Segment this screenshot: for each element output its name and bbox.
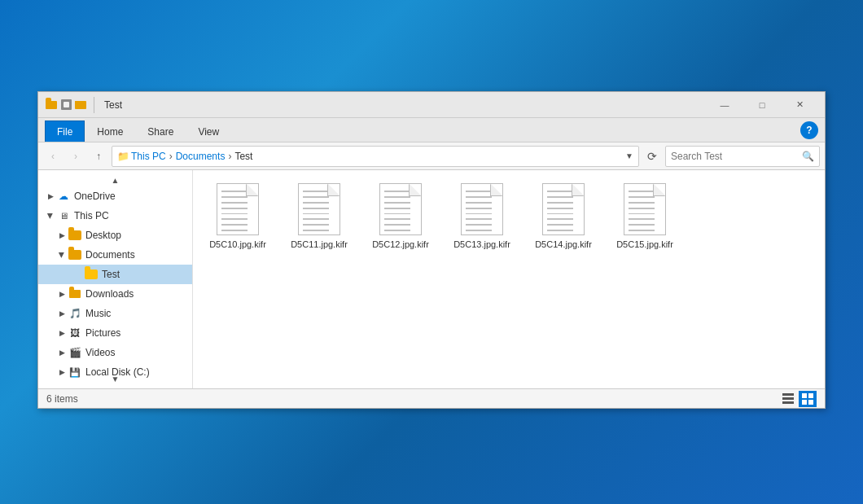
help-button[interactable]: ? [800, 121, 818, 139]
scroll-up-arrow[interactable]: ▲ [38, 173, 192, 186]
doc-line [466, 218, 492, 220]
file-area: D5C10.jpg.kifrD5C11.jpg.kifrD5C12.jpg.ki… [193, 170, 825, 388]
doc-line [303, 208, 329, 209]
refresh-button[interactable]: ⟳ [642, 147, 662, 166]
up-button[interactable]: ↑ [89, 147, 108, 166]
breadcrumb-this-pc[interactable]: This PC [131, 151, 166, 162]
expand-documents[interactable]: ▶ [56, 249, 68, 261]
breadcrumb-dropdown[interactable]: ▼ [625, 151, 633, 160]
svg-rect-4 [808, 393, 813, 398]
sidebar-item-test[interactable]: ▶ Test [38, 265, 192, 284]
doc-line [466, 202, 492, 204]
title-bar: Test — □ ✕ [38, 92, 825, 118]
sidebar-label-test: Test [102, 269, 120, 280]
doc-line [547, 218, 573, 220]
doc-line [629, 202, 655, 204]
file-item[interactable]: D5C11.jpg.kifr [283, 178, 356, 255]
file-document-icon [217, 183, 259, 235]
tab-view[interactable]: View [186, 121, 231, 142]
sidebar-item-music[interactable]: ▶ 🎵 Music [38, 304, 192, 323]
sidebar-item-this-pc[interactable]: ▶ 🖥 This PC [38, 206, 192, 226]
doc-line [221, 230, 248, 231]
scroll-down-arrow[interactable]: ▼ [38, 372, 192, 385]
file-item[interactable]: D5C14.jpg.kifr [527, 178, 600, 255]
sidebar-item-downloads[interactable]: ▶ Downloads [38, 284, 192, 304]
breadcrumb-documents[interactable]: Documents [176, 151, 226, 162]
sidebar: ▲ ▶ ☁ OneDrive ▶ 🖥 This PC ▶ [38, 170, 193, 388]
sidebar-label-onedrive: OneDrive [74, 191, 116, 202]
doc-line [303, 191, 329, 192]
doc-line [221, 224, 248, 226]
file-name-label: D5C10.jpg.kifr [209, 239, 266, 250]
expand-this-pc[interactable]: ▶ [45, 210, 56, 221]
expand-pictures[interactable]: ▶ [56, 327, 68, 339]
doc-line [547, 224, 573, 226]
file-document-icon [298, 183, 340, 235]
pin-icon-title [59, 99, 72, 112]
doc-line [466, 213, 492, 215]
expand-onedrive[interactable]: ▶ [45, 191, 56, 202]
tab-file[interactable]: File [45, 121, 85, 142]
file-item[interactable]: D5C10.jpg.kifr [201, 178, 274, 255]
large-icons-view-button[interactable] [799, 391, 817, 407]
expand-videos[interactable]: ▶ [56, 347, 68, 358]
tab-home[interactable]: Home [85, 121, 135, 142]
doc-line [547, 196, 573, 198]
item-count: 6 items [46, 393, 78, 405]
file-grid: D5C10.jpg.kifrD5C11.jpg.kifrD5C12.jpg.ki… [201, 178, 817, 255]
doc-line [221, 208, 248, 209]
sidebar-item-onedrive[interactable]: ▶ ☁ OneDrive [38, 186, 192, 206]
doc-line [384, 213, 410, 215]
search-box: 🔍 [665, 146, 820, 167]
tab-share[interactable]: Share [135, 121, 186, 142]
close-button[interactable]: ✕ [781, 92, 818, 118]
doc-line [629, 218, 655, 220]
music-folder-icon: 🎵 [68, 308, 82, 319]
doc-line [466, 196, 492, 198]
file-item[interactable]: D5C12.jpg.kifr [364, 178, 437, 255]
onedrive-icon: ☁ [56, 191, 71, 202]
doc-line [384, 230, 410, 231]
sidebar-item-pictures[interactable]: ▶ 🖼 Pictures [38, 323, 192, 343]
sidebar-label-this-pc: This PC [74, 210, 109, 221]
doc-line [547, 191, 573, 192]
test-folder-icon [84, 269, 99, 280]
file-document-icon [379, 183, 422, 235]
minimize-button[interactable]: — [706, 92, 743, 118]
expand-desktop[interactable]: ▶ [56, 230, 68, 241]
desktop-folder-icon [68, 230, 82, 241]
back-button[interactable]: ‹ [43, 147, 63, 166]
doc-line [221, 196, 248, 198]
expand-downloads[interactable]: ▶ [56, 288, 68, 300]
forward-button[interactable]: › [66, 147, 85, 166]
doc-line [466, 208, 492, 209]
sidebar-item-desktop[interactable]: ▶ Desktop [38, 226, 192, 245]
file-name-label: D5C15.jpg.kifr [616, 239, 673, 250]
view-toggle [779, 391, 817, 407]
sidebar-item-documents[interactable]: ▶ Documents [38, 245, 192, 265]
downloads-folder-icon [68, 288, 82, 300]
maximize-button[interactable]: □ [743, 92, 781, 118]
search-icon[interactable]: 🔍 [802, 151, 814, 162]
sidebar-item-videos[interactable]: ▶ 🎬 Videos [38, 343, 192, 362]
search-input[interactable] [671, 151, 799, 162]
doc-line [384, 218, 410, 220]
doc-line [303, 224, 329, 226]
doc-line [629, 196, 655, 198]
doc-line [221, 218, 248, 220]
doc-line [629, 230, 655, 231]
status-bar: 6 items [38, 388, 825, 408]
details-view-button[interactable] [779, 391, 797, 407]
sidebar-label-desktop: Desktop [85, 230, 121, 241]
expand-music[interactable]: ▶ [56, 308, 68, 319]
breadcrumb: 📁 This PC › Documents › Test ▼ [112, 146, 639, 167]
svg-rect-0 [782, 393, 794, 396]
file-item[interactable]: D5C15.jpg.kifr [608, 178, 681, 255]
doc-line [547, 208, 573, 209]
file-item[interactable]: D5C13.jpg.kifr [445, 178, 519, 255]
doc-line [384, 202, 410, 204]
doc-line [384, 191, 410, 192]
doc-line [629, 213, 655, 215]
doc-line [221, 191, 248, 192]
doc-line [221, 213, 248, 215]
